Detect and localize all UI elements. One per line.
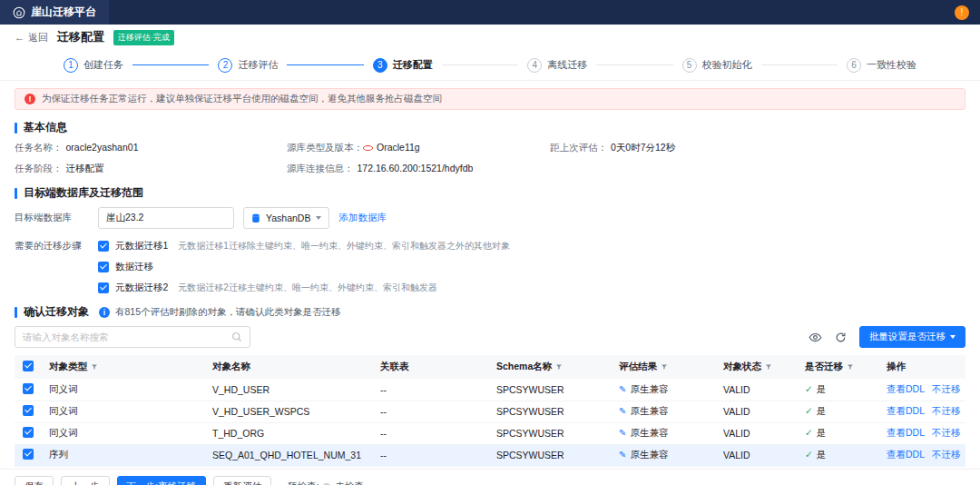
cell-related-table: -- [373,444,489,466]
step-verify-init[interactable]: 5 校验初始化 [682,58,752,73]
col-eval-result[interactable]: 评估结果 [612,355,716,379]
step-evaluation[interactable]: 2 迁移评估 [218,58,278,73]
select-all-checkbox[interactable] [23,361,34,371]
checkbox-label: 元数据迁移2 [115,282,168,294]
precheck-label: 预检查: [288,480,318,485]
cell-schema-name: SPCSYWUSER [489,422,612,444]
edit-icon[interactable]: ✎ [619,428,626,438]
refresh-icon[interactable] [835,332,847,343]
col-object-status[interactable]: 对象状态 [716,355,798,379]
row-checkbox[interactable] [23,427,34,438]
cell-actions: 查看DDL不迁移 [879,444,965,466]
section-bar [15,123,17,134]
no-migrate-link[interactable]: 不迁移 [932,383,961,394]
search-input[interactable] [23,332,226,342]
objects-info-text: 有815个评估时剔除的对象，请确认此类对象是否迁移 [115,306,341,319]
app-logo[interactable]: 崖山迁移平台 [0,0,109,25]
view-ddl-link[interactable]: 查看DDL [887,405,925,416]
view-ddl-link[interactable]: 查看DDL [887,427,925,438]
table-row[interactable]: 同义词 V_HD_USER -- SPCSYWUSER ✎原生兼容 VALID … [15,379,965,401]
checkbox-data-migration[interactable]: 数据迁移 [98,261,510,273]
cell-schema-name: SPCSYWUSER [489,444,612,466]
col-migrate[interactable]: 是否迁移 [798,355,879,379]
step-offline-migration[interactable]: 4 离线迁移 [527,58,587,73]
re-evaluate-button[interactable]: 重新评估 [213,476,271,485]
table-row[interactable]: 同义词 T_HD_ORG -- SPCSYWUSER ✎原生兼容 VALID ✓… [15,422,965,444]
basic-info-fields: 任务名称：oracle2yashan01 源库类型及版本：Oracle11g 距… [15,142,965,175]
migration-steps-row: 需要的迁移步骤 元数据迁移1 元数据迁移1迁移除主键约束、唯一约束、外键约束、索… [15,235,965,294]
cell-related-table: -- [373,401,489,422]
field-value: Oracle11g [377,142,420,153]
col-object-type[interactable]: 对象类型 [42,355,205,379]
search-icon[interactable] [231,332,242,342]
cell-object-name: V_HD_USER [205,379,373,401]
notification-icon[interactable]: ! [955,5,969,20]
step-label: 迁移配置 [393,58,433,72]
row-checkbox[interactable] [23,449,34,460]
checkbox-checked-icon[interactable] [98,262,109,272]
cell-object-status: VALID [716,444,798,466]
cell-object-name: V_HD_USER_WSPCS [205,401,373,422]
db-type-select[interactable]: YashanDB [243,207,329,229]
filter-icon [765,363,772,371]
field-label: 任务阶段： [15,163,63,173]
column-visibility-eye-icon[interactable] [808,331,822,344]
checkbox-meta-migration-2[interactable]: 元数据迁移2 元数据迁移2迁移主键约束、唯一约束、外键约束、索引和触发器 [98,282,510,294]
step-label: 离线迁移 [547,58,587,72]
filter-icon [847,363,854,371]
target-db-value: 崖山23.2 [106,212,143,224]
check-icon: ✓ [805,405,813,416]
field-source-type: 源库类型及版本：Oracle11g [287,142,550,154]
next-step-button[interactable]: 下一步:离线迁移 [117,476,206,485]
edit-icon[interactable]: ✎ [619,406,626,416]
check-icon: ✓ [805,383,813,394]
section-basic-info: 基本信息 [15,120,965,135]
col-schema-name[interactable]: Schema名称 [489,355,612,379]
checkbox-checked-icon[interactable] [98,282,109,293]
db-type-value: YashanDB [266,213,310,223]
step-consistency-check[interactable]: 6 一致性校验 [847,58,916,73]
precheck-value: 未检查 [335,480,364,485]
save-button[interactable]: 保存 [15,476,54,485]
batch-set-migration-button[interactable]: 批量设置是否迁移 [859,326,965,348]
cell-eval-result: ✎原生兼容 [612,444,716,466]
target-db-input[interactable]: 崖山23.2 [98,207,234,229]
view-ddl-link[interactable]: 查看DDL [887,383,925,394]
table-row[interactable]: 同义词 V_HD_USER_WSPCS -- SPCSYWUSER ✎原生兼容 … [15,401,965,422]
step-connector [132,64,209,65]
field-value: 0天0时7分12秒 [611,142,675,153]
objects-table: 对象类型 对象名称 关联表 Schema名称 评估结果 对象状态 是否迁移 操作… [15,355,965,467]
cell-schema-name: SPCSYWUSER [489,401,612,422]
cell-object-status: VALID [716,401,798,422]
cell-related-table: -- [373,422,489,444]
table-header-row: 对象类型 对象名称 关联表 Schema名称 评估结果 对象状态 是否迁移 操作 [15,355,965,379]
view-ddl-link[interactable]: 查看DDL [887,449,925,460]
row-checkbox[interactable] [23,405,34,416]
cell-actions: 查看DDL不迁移 [879,401,965,422]
no-migrate-link[interactable]: 不迁移 [932,405,961,416]
no-migrate-link[interactable]: 不迁移 [932,427,961,438]
cell-migrate: ✓是 [798,444,879,466]
step-create-task[interactable]: 1 创建任务 [64,58,123,73]
checkbox-checked-icon[interactable] [98,241,109,252]
edit-icon[interactable]: ✎ [619,384,626,394]
edit-icon[interactable]: ✎ [619,450,626,460]
cell-object-type: 同义词 [42,401,205,422]
no-migrate-link[interactable]: 不迁移 [932,449,961,460]
row-checkbox[interactable] [23,383,34,394]
cell-actions: 查看DDL不迁移 [879,379,965,401]
filter-icon [555,363,563,371]
prev-step-button[interactable]: 上一步 [61,476,110,485]
info-icon: i [99,307,110,318]
target-db-row: 目标端数据库 崖山23.2 YashanDB 添加数据库 [15,207,965,229]
object-search-box[interactable] [15,326,250,348]
step-config[interactable]: 3 迁移配置 [373,58,433,73]
back-button[interactable]: ← 返回 [15,31,48,45]
field-task-stage: 任务阶段：迁移配置 [15,163,287,175]
field-value: oracle2yashan01 [66,142,139,153]
checkbox-meta-migration-1[interactable]: 元数据迁移1 元数据迁移1迁移除主键约束、唯一约束、外键约束、索引和触发器之外的… [98,240,510,252]
step-connector [287,64,363,65]
table-row[interactable]: 序列 SEQ_A01_QHD_HOTEL_NUM_31 -- SPCSYWUSE… [15,444,965,466]
add-database-link[interactable]: 添加数据库 [338,207,387,224]
filter-icon [661,363,668,371]
